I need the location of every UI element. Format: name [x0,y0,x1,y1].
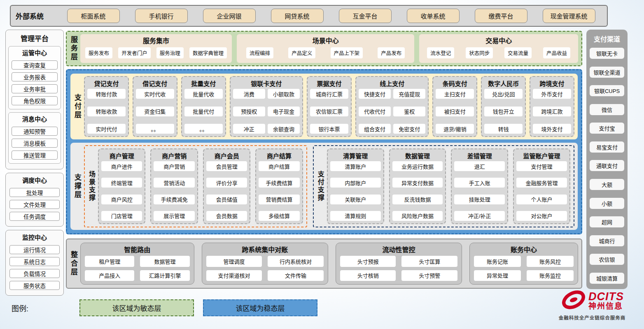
support-column-title: 商户结算 [259,151,299,161]
support-item-box: 对公账户 [516,211,567,221]
external-system-box: 企业网银 [203,9,256,23]
payment-channel-box: 通联支付 [590,160,624,171]
payment-channel-box: 超网 [590,216,624,227]
support-column: 数据管理业务运行数据异常支付数据反洗钱数据风险账户数据 [389,148,446,224]
payment-channel-box: 易宝支付 [590,141,624,153]
support-item-box: 商户结算 [259,161,299,171]
payment-column-items: 主扫支付被扫支付退货/撤销 [436,89,474,134]
support-item-box: 异常支付数据 [392,178,443,188]
support-column-items: 支付管理金融服务管理个人账户对公账户 [516,161,567,221]
support-column: 商户营销商户营销营销活动手续费减免展示管理 [150,148,198,224]
payment-item-box: 鉴权 [393,107,425,116]
payment-channel-box: 银联无卡 [590,48,624,59]
payment-item-box: 转钱 [484,124,523,134]
support-item-box: 商户风控 [101,195,142,204]
support-item-box: 内部账户 [330,178,381,188]
legend: 图例: 该区域为敏态层 该区域为稳态层 [12,299,317,316]
integration-item-box: 产品接入 [85,270,134,281]
payment-channel-box: 微信 [590,104,624,115]
payment-item-box: 被扫支付 [436,107,474,116]
payment-item-box: 境外支付 [533,124,571,134]
service-item-box: 流程编排 [246,47,273,58]
integration-item-box: 汇路计算引擎 [140,270,189,281]
support-item-box: 风险账户数据 [392,211,443,221]
dcits-logo: DCITS 神州信息 金融科技全产业链综合服务商 [549,288,635,321]
support-group: 场景支撑商户管理商户进件终端管理商户风控门店管理商户营销商户营销营销活动手续费减… [84,145,307,227]
integration-section: 跨系统集中对账管理调度行内系统核对支付渠道核对文件传输 [202,243,328,285]
payment-layer-label: 支付层 [74,94,81,120]
integration-section-items: 租户管理数据管理产品接入汇路计算引擎 [85,256,190,281]
payment-item-box: 预授权 [233,107,265,116]
support-column-title: 清算管理 [330,151,381,161]
payment-column-items: 城商行汇票农信银汇票银行本票 [310,89,348,134]
payment-column: 数字人民币兑出/兑回钱包开立转钱 [481,76,526,137]
support-item-box: 业务运行数据 [392,161,443,171]
dcits-swirl-icon [560,288,587,313]
support-item-box: 商户进件 [101,161,142,171]
service-item-box: 服务治理 [156,47,184,58]
support-item-box: 评价分享 [206,178,247,188]
payment-column-title: 银联卡支付 [233,79,300,89]
sidebar-item-box: 查询查复 [12,60,58,70]
payment-column-items: 兑出/兑回钱包开立转钱 [484,89,523,134]
support-column-items: 会员管理评价分享会员储值会员数据 [206,161,247,221]
management-platform-title: 管理平台 [8,32,61,45]
integration-section-title: 账务中心 [474,244,574,254]
support-item-box: 门店管理 [101,211,142,221]
stable-layer-container: 支付层 贷记支付转账付款转账收款实时代付借记支付实时代收资金归集。。批量支付批量… [66,69,582,234]
support-column-items: 业务运行数据异常支付数据反洗钱数据风险账户数据 [392,161,443,221]
support-item-box: 反洗钱数据 [392,195,443,204]
payment-column: 跨境支付外币支付跨境汇款境外支付 [530,76,574,137]
payment-channel-box: 农信银 [590,254,624,265]
support-layer-groups: 场景支撑商户管理商户进件终端管理商户风控门店管理商户营销商户营销营销活动手续费减… [84,145,574,227]
payment-item-box: 批量代付 [184,107,223,116]
service-layer-sections: 服务集市服务发布开发者门户服务治理数据字典管理场景中心流程编排产品定义产品上下架… [80,34,578,63]
support-column: 商户会员会员管理评价分享会员储值会员数据 [203,148,250,224]
integration-layer-sections: 智能路由租户管理数据管理产品接入汇路计算引擎跨系统集中对账管理调度行内系统核对支… [80,243,578,285]
external-system-box: 网贷系统 [271,9,324,23]
sidebar-item-box: 负载情况 [9,269,60,278]
support-column-title: 商户会员 [206,151,247,161]
payment-column-items: 消费小额取款预授权电子现金冲正余额查询 [233,89,300,134]
integration-item-box: 头寸预报 [340,256,396,267]
support-column-items: 商户营销营销活动手续费减免展示管理 [154,161,194,221]
support-item-box: 清算规则 [330,211,381,221]
sidebar-section-title: 消息中心 [10,114,59,124]
external-system-box: 柜面系统 [67,9,120,23]
service-item-box: 产品定义 [288,47,315,58]
payment-column-title: 批量支付 [184,79,223,89]
payment-item-box: 转账付款 [87,89,126,99]
support-item-box: 会员数据 [206,211,247,221]
sidebar-item-box: 系统日志 [9,257,60,266]
support-column: 清算管理清算账户内部账户关联账户清算规则 [327,148,384,224]
service-section-items: 流程编排产品定义产品上下架产品发布 [240,45,411,60]
integration-item-box: 支付渠道核对 [206,270,262,281]
payment-column-title: 数字人民币 [484,79,523,89]
support-item-box: 手续费结算 [259,178,299,188]
integration-section: 账务中心账务记账账务风控异常处理账务监控 [469,243,578,285]
service-section-items: 服务发布开发者门户服务治理数据字典管理 [84,45,229,60]
payment-channel-box: 银联CUPS [590,85,624,96]
service-item-box: 数据字典管理 [189,47,227,58]
service-section-title: 服务集市 [84,35,229,45]
service-item-box: 开发者门户 [118,47,151,58]
payment-channel-box: 城商行 [590,235,624,246]
support-item-box: 会员管理 [206,161,247,171]
legend-stable-box: 该区域为稳态层 [203,299,317,316]
support-item-box: 手工入账 [454,178,505,188]
logo-texts: DCITS 神州信息 [588,291,624,310]
service-section: 交易中心流水登记状态同步交易流量产品收益 [419,34,578,63]
support-column: 监管账户管理支付管理金融服务管理个人账户对公账户 [513,148,570,224]
sidebar-section: 调度中心批处理文件处理任务调度 [5,173,64,227]
payment-column: 条码支付主扫支付被扫支付退货/撤销 [432,76,477,137]
support-item-box: 多级结算 [259,211,299,221]
support-item-box: 手续费减免 [154,195,194,204]
external-system-box: 收单系统 [407,9,460,23]
payment-item-box: 。。 [184,124,223,134]
external-system-box: 手机银行 [135,9,188,23]
integration-item-box: 账务监控 [527,270,574,281]
payment-item-box: 实时代收 [136,89,174,99]
payment-item-box: 消费 [233,89,265,99]
support-item-box: 个人账户 [516,195,567,204]
logo-tagline: 金融科技全产业链综合服务商 [559,314,626,321]
